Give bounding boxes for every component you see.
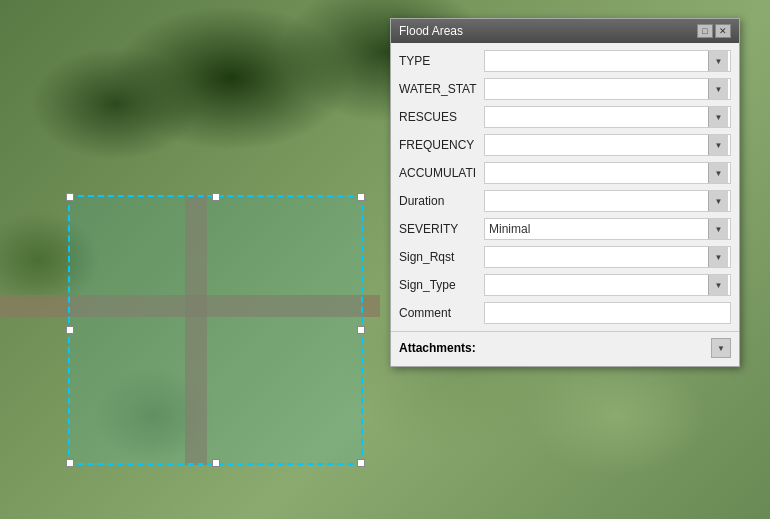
field-input-wrap-duration: ▼	[484, 190, 731, 212]
attachments-dropdown-btn[interactable]: ▼	[711, 338, 731, 358]
panel-title: Flood Areas	[399, 24, 463, 38]
handle-br[interactable]	[357, 459, 365, 467]
field-dropdown-btn-accumulati[interactable]: ▼	[708, 163, 728, 183]
field-dropdown-btn-duration[interactable]: ▼	[708, 191, 728, 211]
field-row: RESCUES▼	[391, 103, 739, 131]
field-row: Duration▼	[391, 187, 739, 215]
field-dropdown-btn-sign_rqst[interactable]: ▼	[708, 247, 728, 267]
field-input-wrap-severity: Minimal▼	[484, 218, 731, 240]
handle-bm[interactable]	[212, 459, 220, 467]
field-input-wrap-rescues: ▼	[484, 106, 731, 128]
field-dropdown-btn-rescues[interactable]: ▼	[708, 107, 728, 127]
field-value-severity[interactable]: Minimal	[487, 222, 708, 236]
field-label-frequency: FREQUENCY	[399, 138, 484, 152]
field-label-water_stat: WATER_STAT	[399, 82, 484, 96]
field-input-wrap-comment	[484, 302, 731, 324]
field-dropdown-btn-type[interactable]: ▼	[708, 51, 728, 71]
field-row: FREQUENCY▼	[391, 131, 739, 159]
handle-tm[interactable]	[212, 193, 220, 201]
handle-ml[interactable]	[66, 326, 74, 334]
field-row: ACCUMULATI▼	[391, 159, 739, 187]
field-dropdown-btn-severity[interactable]: ▼	[708, 219, 728, 239]
close-button[interactable]: ✕	[715, 24, 731, 38]
field-label-comment: Comment	[399, 306, 484, 320]
field-label-accumulati: ACCUMULATI	[399, 166, 484, 180]
field-input-wrap-sign_rqst: ▼	[484, 246, 731, 268]
field-input-wrap-sign_type: ▼	[484, 274, 731, 296]
field-row: Comment	[391, 299, 739, 327]
field-row: TYPE▼	[391, 47, 739, 75]
minimize-button[interactable]: □	[697, 24, 713, 38]
field-label-sign_rqst: Sign_Rqst	[399, 250, 484, 264]
handle-mr[interactable]	[357, 326, 365, 334]
field-row: WATER_STAT▼	[391, 75, 739, 103]
field-label-sign_type: Sign_Type	[399, 278, 484, 292]
attachments-row: Attachments:▼	[391, 331, 739, 362]
field-dropdown-btn-water_stat[interactable]: ▼	[708, 79, 728, 99]
field-input-wrap-type: ▼	[484, 50, 731, 72]
field-label-duration: Duration	[399, 194, 484, 208]
handle-tl[interactable]	[66, 193, 74, 201]
field-dropdown-btn-frequency[interactable]: ▼	[708, 135, 728, 155]
attachments-label: Attachments:	[399, 341, 711, 355]
handle-bl[interactable]	[66, 459, 74, 467]
field-row: Sign_Rqst▼	[391, 243, 739, 271]
field-label-severity: SEVERITY	[399, 222, 484, 236]
flood-areas-panel: Flood Areas □ ✕ TYPE▼WATER_STAT▼RESCUES▼…	[390, 18, 740, 367]
panel-controls: □ ✕	[697, 24, 731, 38]
field-input-wrap-water_stat: ▼	[484, 78, 731, 100]
field-row: SEVERITYMinimal▼	[391, 215, 739, 243]
field-input-wrap-accumulati: ▼	[484, 162, 731, 184]
field-dropdown-btn-sign_type[interactable]: ▼	[708, 275, 728, 295]
field-input-wrap-frequency: ▼	[484, 134, 731, 156]
panel-body: TYPE▼WATER_STAT▼RESCUES▼FREQUENCY▼ACCUMU…	[391, 43, 739, 366]
field-label-type: TYPE	[399, 54, 484, 68]
panel-titlebar: Flood Areas □ ✕	[391, 19, 739, 43]
field-row: Sign_Type▼	[391, 271, 739, 299]
selection-rectangle	[68, 195, 363, 465]
field-label-rescues: RESCUES	[399, 110, 484, 124]
handle-tr[interactable]	[357, 193, 365, 201]
